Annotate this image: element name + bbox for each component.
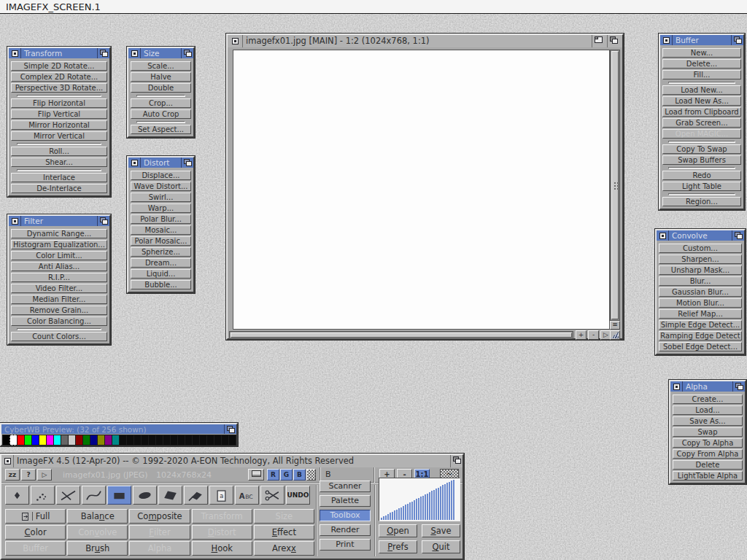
button-crop[interactable]: Crop...	[131, 98, 191, 108]
button-dream[interactable]: Dream...	[131, 258, 191, 268]
depth-icon[interactable]	[732, 381, 745, 392]
button-sharpen[interactable]: Sharpen...	[659, 254, 742, 264]
command-color[interactable]: Color	[5, 525, 66, 540]
panel-titlebar[interactable]: Alpha	[670, 381, 745, 392]
airbrush-tool[interactable]	[31, 486, 55, 505]
button-remove-grain[interactable]: Remove Grain...	[11, 306, 107, 315]
button-count-colors[interactable]: Count Colors...	[11, 332, 107, 341]
button-simple-2d-rotate[interactable]: Simple 2D Rotate...	[11, 61, 107, 71]
mode-toolbox[interactable]: Toolbox	[320, 510, 371, 521]
curve-tool[interactable]	[82, 486, 106, 505]
box-tool[interactable]	[107, 486, 131, 505]
depth-icon[interactable]	[181, 48, 193, 58]
button-delete[interactable]: Delete	[673, 460, 743, 470]
image-canvas[interactable]	[233, 50, 610, 330]
button-interlace[interactable]: Interlace	[11, 173, 107, 182]
command-brush[interactable]: Brush	[67, 541, 128, 556]
screen-mode-button[interactable]	[248, 469, 264, 481]
button-copy-to-swap[interactable]: Copy To Swap	[662, 144, 741, 154]
button-color-limit[interactable]: Color Limit...	[11, 251, 107, 260]
button-lighttable-alpha[interactable]: LightTable Alpha	[673, 471, 743, 481]
quit-button[interactable]: Quit	[422, 540, 460, 553]
depth-icon[interactable]	[607, 35, 622, 47]
depth-icon[interactable]	[181, 158, 193, 168]
button-gaussian-blur[interactable]: Gaussian Blur...	[659, 287, 742, 297]
button-swirl[interactable]: Swirl...	[131, 192, 191, 202]
button-mosaic[interactable]: Mosaic...	[131, 225, 191, 235]
button-wave-distort[interactable]: Wave Distort...	[131, 182, 191, 191]
close-icon[interactable]	[660, 35, 673, 45]
button-auto-crop[interactable]: Auto Crop	[131, 109, 191, 119]
resize-handle[interactable]	[610, 330, 620, 340]
save-button[interactable]: Save	[422, 524, 460, 537]
depth-icon[interactable]	[224, 424, 236, 434]
button-dynamic-range[interactable]: Dynamic Range...	[11, 229, 107, 238]
depth-icon[interactable]	[732, 230, 744, 241]
oval-tool[interactable]	[133, 486, 157, 505]
text-tool[interactable]: ABC	[235, 486, 259, 505]
command-effect[interactable]: Effect	[254, 525, 314, 540]
prefs-button[interactable]: Prefs	[379, 540, 417, 553]
mode-render[interactable]: Render	[320, 524, 371, 536]
button-warp[interactable]: Warp...	[131, 203, 191, 213]
zoom-in-button[interactable]: +	[576, 330, 587, 340]
blue-channel-button[interactable]: B	[293, 469, 306, 481]
undo-tool[interactable]: UNDO	[286, 486, 310, 505]
button-flip-horizontal[interactable]: Flip Horizontal	[11, 98, 107, 108]
command-arexx[interactable]: Arexx	[254, 541, 314, 556]
close-icon[interactable]	[128, 48, 141, 58]
horizontal-scrollbar-thumb[interactable]	[231, 332, 572, 338]
clip-tool[interactable]: a	[209, 486, 233, 505]
horizontal-scrollbar[interactable]	[229, 331, 573, 339]
button-spherize[interactable]: Spherize...	[131, 247, 191, 257]
button-de-interlace[interactable]: De-Interlace	[11, 184, 107, 193]
help-button[interactable]: ?	[21, 469, 36, 481]
button-mirror-vertical[interactable]: Mirror Vertical	[11, 131, 107, 141]
panel-titlebar[interactable]: Buffer	[660, 35, 743, 45]
close-icon[interactable]	[228, 35, 243, 47]
button-histogram-equalization[interactable]: Histogram Equalization...	[11, 240, 107, 249]
panel-titlebar[interactable]: Size	[128, 48, 193, 58]
color-swatch-31[interactable]	[228, 435, 236, 446]
vertical-scrollbar-thumb[interactable]	[611, 51, 619, 319]
depth-icon[interactable]	[97, 48, 109, 58]
button-roll[interactable]: Roll...	[11, 147, 107, 156]
arexx-play-button[interactable]: ▷	[37, 469, 52, 481]
vertical-scrollbar[interactable]	[610, 50, 620, 321]
close-icon[interactable]	[9, 216, 21, 226]
depth-icon[interactable]	[731, 35, 743, 45]
button-load-new[interactable]: Load New...	[662, 85, 741, 95]
button-shear[interactable]: Shear...	[11, 158, 107, 167]
toolbox-titlebar[interactable]: ImageFX 4.5 (12-Apr-20) -- © 1992-2020 A…	[1, 455, 462, 467]
button-double[interactable]: Double	[131, 83, 191, 93]
button-mirror-horizontal[interactable]: Mirror Horizontal	[11, 120, 107, 130]
zoom-out-button[interactable]: -	[588, 330, 599, 340]
palette-window-titlebar[interactable]: CyberWB Preview: (32 of 256 shown)	[1, 424, 236, 434]
button-relief-map[interactable]: Relief Map...	[659, 309, 742, 319]
command-full[interactable]: Full	[5, 509, 66, 524]
close-icon[interactable]	[1, 455, 14, 467]
button-color-balancing[interactable]: Color Balancing...	[11, 316, 107, 326]
image-window-titlebar[interactable]: imagefx01.jpg [MAIN] - 1:2 (1024x768, 1:…	[228, 35, 622, 47]
depth-icon[interactable]	[97, 216, 109, 226]
button-sobel-edge-detect[interactable]: Sobel Edge Detect...	[659, 342, 742, 351]
button-median-filter[interactable]: Median Filter...	[11, 295, 107, 304]
mode-scanner[interactable]: Scanner	[320, 481, 371, 492]
open-button[interactable]: Open	[379, 524, 417, 537]
command-composite[interactable]: Composite	[129, 509, 190, 524]
button-flip-vertical[interactable]: Flip Vertical	[11, 109, 107, 119]
button-swap-buffers[interactable]: Swap Buffers	[662, 155, 741, 165]
panel-titlebar[interactable]: Transform	[9, 48, 109, 58]
button-scale[interactable]: Scale...	[131, 61, 191, 71]
zoom-gadget-icon[interactable]	[592, 35, 607, 47]
button-polar-blur[interactable]: Polar Blur...	[131, 214, 191, 224]
button-displace[interactable]: Displace...	[131, 171, 191, 180]
button-complex-2d-rotate[interactable]: Complex 2D Rotate...	[11, 72, 107, 82]
button-grab-screen[interactable]: Grab Screen...	[662, 118, 741, 128]
scroll-menu-button[interactable]: ≡	[610, 321, 620, 330]
button-new[interactable]: New...	[662, 48, 741, 58]
panel-titlebar[interactable]: Distort	[128, 158, 193, 168]
close-icon[interactable]	[670, 381, 683, 392]
button-bubble[interactable]: Bubble...	[131, 280, 191, 289]
panel-titlebar[interactable]: Filter	[9, 216, 109, 226]
